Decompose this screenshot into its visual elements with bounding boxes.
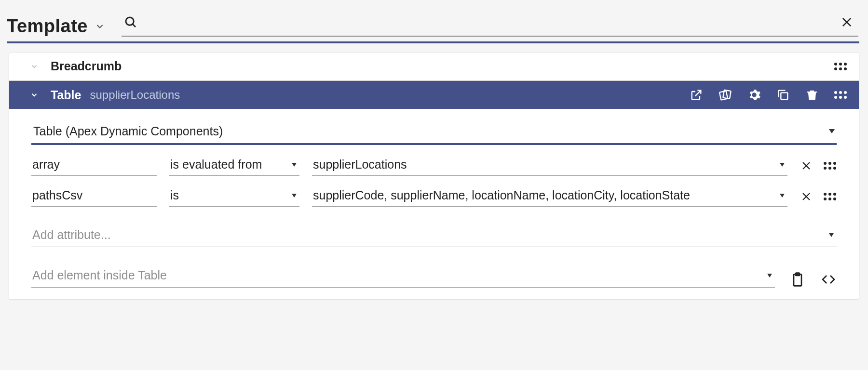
clipboard-icon xyxy=(790,272,805,287)
attr-value-text: supplierCode, supplierName, locationName… xyxy=(313,188,690,202)
chevron-down-icon xyxy=(30,62,39,71)
attribute-row: array is evaluated from supplierLocation… xyxy=(31,145,837,176)
accent-bar xyxy=(7,41,859,43)
page-title: Template xyxy=(7,16,88,37)
trash-icon xyxy=(805,88,819,102)
attribute-drag-handle[interactable] xyxy=(823,193,837,200)
table-toggle[interactable] xyxy=(28,89,40,101)
breadcrumb-label: Breadcrumb xyxy=(51,59,122,73)
dropdown-caret-icon xyxy=(292,163,297,167)
attr-value-field[interactable]: supplierLocations xyxy=(312,156,787,176)
search-input[interactable] xyxy=(141,15,830,29)
component-select[interactable]: Table (Apex Dynamic Components) xyxy=(31,119,837,145)
table-header-actions xyxy=(689,88,847,102)
chevron-down-icon xyxy=(95,22,105,31)
copy-icon xyxy=(776,88,790,102)
dropdown-caret-icon xyxy=(780,163,785,167)
attr-name-field[interactable]: array xyxy=(31,156,157,176)
breadcrumb-drag-handle[interactable] xyxy=(834,63,847,70)
chevron-down-icon xyxy=(30,91,39,99)
add-element-row: Add element inside Table xyxy=(31,264,837,288)
delete-button[interactable] xyxy=(805,88,819,102)
breadcrumb-toggle[interactable] xyxy=(28,61,40,72)
app-root: Template Breadcrumb xyxy=(0,0,868,300)
cards-icon xyxy=(719,88,732,102)
code-icon xyxy=(821,272,836,287)
gear-icon xyxy=(747,88,761,102)
search-icon xyxy=(123,15,138,29)
close-icon xyxy=(800,160,812,172)
remove-attribute-button[interactable] xyxy=(800,159,813,172)
dropdown-caret-icon xyxy=(767,274,772,278)
dropdown-caret-icon xyxy=(780,194,785,198)
table-header-bar[interactable]: Table supplierLocations xyxy=(9,81,859,109)
add-element-placeholder: Add element inside Table xyxy=(32,268,167,282)
attr-operator-select[interactable]: is xyxy=(169,186,299,207)
table-drag-handle[interactable] xyxy=(834,91,847,99)
search-area[interactable] xyxy=(122,9,858,37)
style-button[interactable] xyxy=(718,88,732,102)
add-attribute-placeholder: Add attribute... xyxy=(32,228,111,242)
paste-button[interactable] xyxy=(789,271,806,288)
attr-operator-value: is evaluated from xyxy=(170,158,262,172)
code-view-button[interactable] xyxy=(820,271,837,288)
open-external-icon xyxy=(690,88,703,102)
attr-operator-select[interactable]: is evaluated from xyxy=(169,156,299,176)
dropdown-caret-icon xyxy=(829,233,834,237)
dropdown-caret-icon xyxy=(829,129,835,133)
table-kind-label: Table xyxy=(51,88,81,102)
page-header: Template xyxy=(0,9,868,37)
remove-attribute-button[interactable] xyxy=(800,190,813,203)
clear-search-button[interactable] xyxy=(835,11,858,34)
attribute-row: pathsCsv is supplierCode, supplierName, … xyxy=(31,176,837,207)
attr-name-value: pathsCsv xyxy=(32,188,82,202)
table-body: Table (Apex Dynamic Components) array is… xyxy=(9,109,859,299)
attr-operator-value: is xyxy=(170,188,179,202)
attr-name-value: array xyxy=(32,158,60,172)
dropdown-caret-icon xyxy=(292,194,297,198)
copy-button[interactable] xyxy=(776,88,790,102)
attr-value-text: supplierLocations xyxy=(313,158,407,172)
attr-row-trailing xyxy=(800,190,837,207)
editor-card: Breadcrumb Table supplierLocations xyxy=(9,52,859,300)
add-element-input[interactable]: Add element inside Table xyxy=(31,264,775,288)
attr-row-trailing xyxy=(800,159,837,176)
open-external-button[interactable] xyxy=(689,88,704,102)
component-select-value: Table (Apex Dynamic Components) xyxy=(33,124,223,138)
svg-rect-6 xyxy=(781,92,787,99)
title-group: Template xyxy=(7,16,107,37)
attribute-drag-handle[interactable] xyxy=(823,162,837,170)
title-dropdown[interactable] xyxy=(93,19,107,34)
close-icon xyxy=(800,191,812,202)
close-icon xyxy=(840,15,854,29)
svg-line-1 xyxy=(133,24,136,27)
attr-name-field[interactable]: pathsCsv xyxy=(31,186,157,207)
breadcrumb-row[interactable]: Breadcrumb xyxy=(9,53,859,81)
add-attribute-input[interactable]: Add attribute... xyxy=(31,224,837,247)
attr-value-field[interactable]: supplierCode, supplierName, locationName… xyxy=(312,186,787,207)
svg-point-0 xyxy=(126,17,134,25)
settings-button[interactable] xyxy=(747,88,761,102)
table-name-label: supplierLocations xyxy=(90,88,180,102)
